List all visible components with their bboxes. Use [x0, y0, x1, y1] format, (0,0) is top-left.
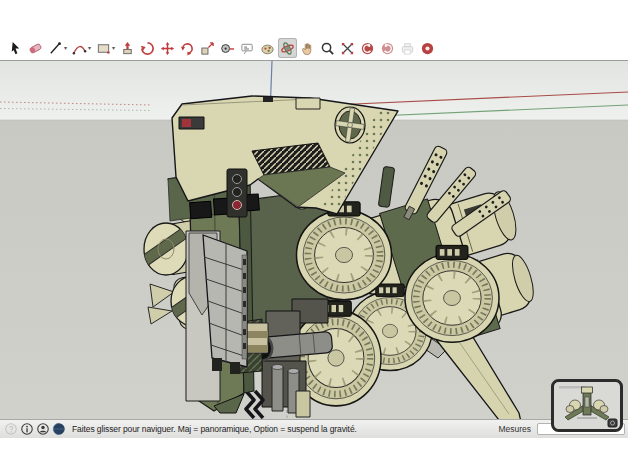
- pan-icon: [300, 41, 315, 56]
- toolbar-button-export[interactable]: [398, 38, 417, 58]
- dropdown-caret-icon: ▾: [112, 45, 115, 51]
- toolbar-button-next-view[interactable]: [378, 38, 397, 58]
- model-info-icon: [420, 41, 435, 56]
- toolbar-button-follow-me[interactable]: [138, 38, 157, 58]
- statusbar-help-icon[interactable]: [3, 422, 19, 436]
- toolbar-button-model-info[interactable]: [418, 38, 437, 58]
- next-view-icon: [380, 41, 395, 56]
- statusbar-user-icon[interactable]: [35, 422, 51, 436]
- window-bottom-margin: [0, 438, 628, 472]
- viewport[interactable]: [0, 60, 628, 419]
- preview-content: [551, 379, 623, 432]
- toolbar-button-line[interactable]: ▾: [46, 38, 69, 58]
- statusbar-globe-icon[interactable]: [51, 422, 67, 436]
- scale-icon: [200, 41, 215, 56]
- toolbar-button-paint-bucket[interactable]: [258, 38, 277, 58]
- preview-window[interactable]: [551, 379, 623, 432]
- toolbar-button-pan[interactable]: [298, 38, 317, 58]
- dimension-icon: [240, 41, 255, 56]
- toolbar-button-previous-view[interactable]: [358, 38, 377, 58]
- toolbar-button-push-pull[interactable]: [118, 38, 137, 58]
- previous-view-icon: [360, 41, 375, 56]
- dropdown-caret-icon: ▾: [88, 45, 91, 51]
- preview-corner-icon[interactable]: [608, 419, 617, 427]
- follow-me-icon: [140, 41, 155, 56]
- toolbar-button-tape-measure[interactable]: [218, 38, 237, 58]
- toolbar-button-zoom-extents[interactable]: [338, 38, 357, 58]
- toolbar-button-move[interactable]: [158, 38, 177, 58]
- zoom-extents-icon: [340, 41, 355, 56]
- status-hint: Faites glisser pour naviguer. Maj = pano…: [72, 424, 357, 434]
- toolbar-button-rotate[interactable]: [178, 38, 197, 58]
- measurements-label: Mesures: [498, 424, 531, 434]
- toolbar-button-scale[interactable]: [198, 38, 217, 58]
- eraser-icon: [28, 41, 43, 56]
- dropdown-caret-icon: ▾: [64, 45, 67, 51]
- rectangle-icon: [96, 41, 111, 56]
- toolbar-button-orbit[interactable]: [278, 38, 297, 58]
- orbit-icon: [280, 41, 295, 56]
- toolbar-button-arc[interactable]: ▾: [70, 38, 93, 58]
- rotate-icon: [180, 41, 195, 56]
- export-icon: [400, 41, 415, 56]
- toolbar-button-dimension[interactable]: [238, 38, 257, 58]
- toolbar-button-zoom[interactable]: [318, 38, 337, 58]
- tape-measure-icon: [220, 41, 235, 56]
- toolbar-button-eraser[interactable]: [26, 38, 45, 58]
- zoom-icon: [320, 41, 335, 56]
- lights-panel: [227, 169, 247, 217]
- toolbar-button-select[interactable]: [6, 38, 25, 58]
- push-pull-icon: [120, 41, 135, 56]
- move-icon: [160, 41, 175, 56]
- arc-icon: [72, 41, 87, 56]
- statusbar-info-icon[interactable]: [19, 422, 35, 436]
- status-bar: Faites glisser pour naviguer. Maj = pano…: [0, 419, 628, 438]
- viewport-scene: [0, 61, 628, 419]
- select-icon: [8, 41, 23, 56]
- statusbar-icons: [3, 422, 67, 436]
- title-bar: [0, 0, 628, 36]
- paint-bucket-icon: [260, 41, 275, 56]
- toolbar-button-rectangle[interactable]: ▾: [94, 38, 117, 58]
- line-icon: [48, 41, 63, 56]
- toolbar: ▾▾▾: [0, 36, 628, 60]
